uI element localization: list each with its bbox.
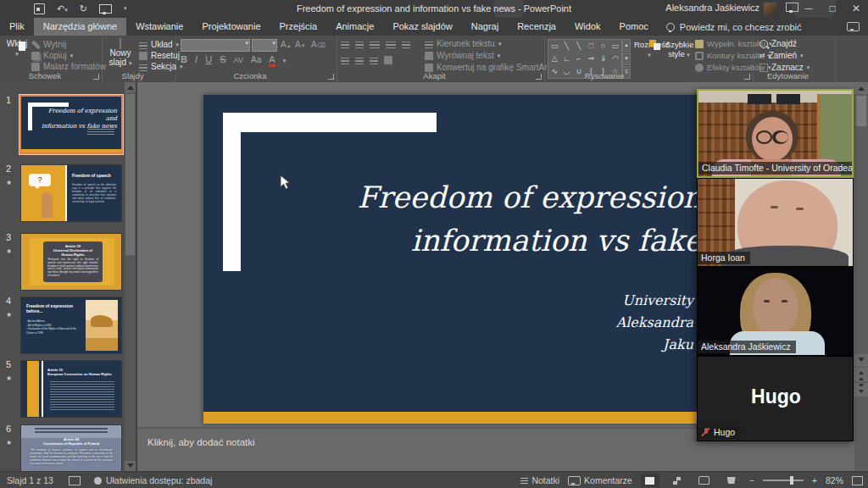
cut-button[interactable]: Wytnij [31, 40, 66, 49]
scroll-up-icon[interactable] [854, 82, 868, 94]
shape-ellipse-icon[interactable]: ○ [601, 42, 605, 50]
tab-przejscia[interactable]: Przejścia [270, 18, 327, 36]
animation-star-icon[interactable]: ★ [6, 374, 12, 382]
tab-wstawianie[interactable]: Wstawianie [126, 18, 192, 36]
shape-arrow-down-icon[interactable]: ⇓ [600, 55, 607, 63]
character-spacing-button[interactable]: AV [234, 56, 243, 64]
fit-to-window-icon[interactable] [852, 476, 863, 485]
tab-pokaz-slajdow[interactable]: Pokaz slajdów [383, 18, 461, 36]
align-text-button[interactable]: Wyrównaj tekst▾ [425, 51, 500, 60]
align-left-icon[interactable] [341, 56, 349, 64]
clear-formatting-button[interactable]: A⌫ [311, 40, 326, 49]
tab-animacje[interactable]: Animacje [326, 18, 383, 36]
slide-thumbnail-2[interactable]: ? Freedom of speech Freedom of speech as… [21, 165, 121, 221]
participant-tile-aleksandra[interactable]: Aleksandra Jaśkiewicz [697, 267, 854, 356]
animation-star-icon[interactable]: ★ [6, 247, 12, 255]
decor-bottom-bar[interactable] [203, 412, 780, 424]
line-spacing-icon[interactable] [402, 40, 410, 48]
strikethrough-button[interactable]: S [220, 54, 225, 64]
participant-tile-hugo[interactable]: Hugo Hugo [697, 356, 854, 441]
slide-thumbnail-1[interactable]: Freedom of expression andinformation vs … [21, 97, 121, 152]
format-painter-button[interactable]: Malarz formatów [31, 62, 106, 71]
bold-button[interactable]: B [181, 54, 187, 64]
zoom-level[interactable]: 82% [826, 475, 843, 485]
display-settings-icon[interactable] [69, 476, 81, 485]
tab-projektowanie[interactable]: Projektowanie [192, 18, 270, 36]
find-button[interactable]: Znajdź [760, 39, 797, 48]
underline-button[interactable]: U [205, 54, 212, 64]
new-slide-button[interactable]: Nowy slajd ▾ [105, 39, 136, 67]
shape-corner-icon[interactable]: ◠ [612, 55, 619, 63]
shape-elbow2-icon[interactable]: ⌐ [576, 55, 581, 63]
animation-star-icon[interactable]: ★ [6, 311, 12, 319]
shape-line-icon[interactable]: ╲ [565, 42, 569, 50]
previous-slide-button[interactable] [854, 368, 868, 381]
slide-sorter-view-button[interactable] [668, 474, 687, 487]
font-dialog-launcher[interactable] [328, 74, 334, 80]
reset-button[interactable]: Resetuj [139, 51, 180, 60]
replace-button[interactable]: ⇄Zamień▾ [760, 51, 804, 60]
bullets-icon[interactable] [341, 40, 349, 48]
notes-toggle[interactable]: Notatki [520, 475, 559, 485]
tab-nagraj[interactable]: Nagraj [462, 18, 508, 36]
scroll-down-icon[interactable] [854, 354, 868, 366]
decor-bracket-horizontal[interactable] [223, 113, 437, 132]
scroll-up-icon[interactable] [125, 82, 136, 92]
decrease-indent-icon[interactable] [370, 40, 380, 48]
reading-view-button[interactable] [695, 474, 714, 487]
shape-arrow-line-icon[interactable]: ╲ [576, 42, 581, 50]
participant-tile-claudia[interactable]: Claudia Timofte - University of Oradea [697, 89, 854, 178]
normal-view-button[interactable] [641, 474, 659, 487]
participant-tile-horga[interactable]: Horga Ioan [697, 178, 854, 267]
slide-canvas[interactable]: Freedom of expression information vs fak… [203, 95, 780, 424]
tab-pomoc[interactable]: Pomoc [610, 18, 658, 36]
zoom-out-button[interactable]: − [749, 475, 754, 485]
shape-elbow-icon[interactable]: ∟ [563, 55, 570, 63]
slide-indicator[interactable]: Slajd 1 z 13 [7, 475, 53, 485]
slide-thumbnail-5[interactable]: Article 10 European Convention on Human … [21, 361, 121, 417]
shape-triangle-icon[interactable]: △ [552, 55, 558, 63]
arrange-button[interactable]: Rozmieść▾ [634, 40, 665, 58]
editor-scrollbar[interactable] [854, 82, 868, 471]
account-name[interactable]: Aleksandra Jaśkiewicz [665, 3, 760, 13]
close-button[interactable]: ✕ [844, 0, 868, 18]
tab-narzedzia-glowne[interactable]: Narzędzia główne [34, 18, 126, 36]
accessibility-checker[interactable]: Ułatwienia dostępu: zbadaj [94, 475, 213, 485]
drawing-dialog-launcher[interactable] [744, 74, 750, 80]
minimize-button[interactable]: ─ [797, 0, 821, 18]
zoom-slider-handle[interactable] [790, 476, 793, 485]
scrollbar-thumb[interactable] [856, 96, 866, 126]
change-case-button[interactable]: Aa [251, 55, 261, 64]
slideshow-view-button[interactable] [722, 474, 741, 487]
slide-subtitle[interactable]: University Aleksandra Jaku [439, 290, 693, 356]
tab-plik[interactable]: Plik [0, 18, 34, 36]
scroll-down-icon[interactable] [125, 461, 136, 471]
shape-arrow-right-icon[interactable]: ⇒ [587, 55, 594, 63]
copy-button[interactable]: Kopiuj▾ [31, 51, 73, 60]
layout-button[interactable]: Układ▾ [139, 40, 179, 49]
account-avatar[interactable] [764, 3, 776, 15]
decor-bracket-vertical[interactable] [223, 113, 241, 271]
tab-recenzja[interactable]: Recenzja [508, 18, 565, 36]
align-center-icon[interactable] [355, 56, 364, 64]
increase-indent-icon[interactable] [386, 40, 396, 48]
next-slide-button[interactable] [854, 383, 868, 396]
font-color-button[interactable]: A [269, 54, 275, 67]
font-size-combo[interactable] [252, 39, 277, 52]
restore-button[interactable]: □ [821, 0, 844, 18]
align-right-icon[interactable] [370, 56, 378, 64]
slide-thumbnail-3[interactable]: Article 19 Universal Declaration of Huma… [21, 234, 121, 290]
comments-toggle[interactable]: Komentarze [568, 475, 632, 485]
shape-textbox-icon[interactable]: ▭ [551, 42, 559, 50]
tell-me-search[interactable]: Powiedz mi, co chcesz zrobić [666, 18, 802, 36]
thumbnail-scrollbar[interactable] [125, 82, 136, 471]
text-direction-button[interactable]: Kierunek tekstu▾ [425, 39, 501, 48]
numbering-icon[interactable] [355, 40, 364, 48]
slide-thumbnail-4[interactable]: Freedom of expression before... ▪ Ancien… [21, 297, 121, 353]
zoom-in-button[interactable]: + [812, 475, 817, 485]
comments-panel-icon[interactable] [847, 22, 860, 31]
font-name-combo[interactable] [181, 39, 250, 52]
shape-rounded-rectangle-icon[interactable]: ▭ [612, 42, 620, 50]
shape-rectangle-icon[interactable]: □ [588, 42, 593, 50]
tab-widok[interactable]: Widok [565, 18, 610, 36]
